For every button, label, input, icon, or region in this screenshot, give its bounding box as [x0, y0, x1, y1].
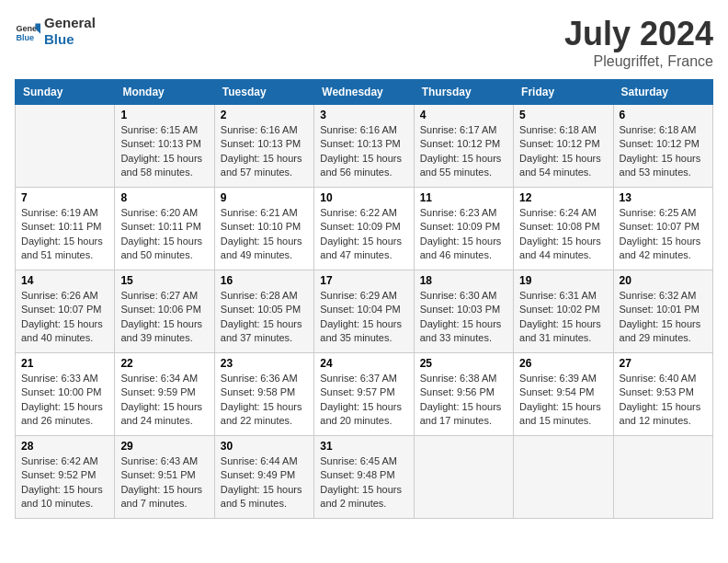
day-cell: 17Sunrise: 6:29 AMSunset: 10:04 PMDaylig…	[314, 270, 414, 353]
weekday-header-tuesday: Tuesday	[214, 80, 313, 105]
day-cell: 31Sunrise: 6:45 AMSunset: 9:48 PMDayligh…	[314, 436, 414, 519]
day-cell	[16, 105, 115, 188]
weekday-header-friday: Friday	[514, 80, 613, 105]
day-cell: 7Sunrise: 6:19 AMSunset: 10:11 PMDayligh…	[16, 188, 115, 270]
day-info: Sunrise: 6:19 AMSunset: 10:11 PMDaylight…	[21, 206, 108, 263]
day-number: 28	[21, 440, 108, 453]
daylight-text: Daylight: 15 hours and 51 minutes.	[21, 235, 108, 263]
sunset-text: Sunset: 10:02 PM	[519, 303, 607, 316]
day-info: Sunrise: 6:39 AMSunset: 9:54 PMDaylight:…	[519, 372, 607, 429]
day-number: 9	[221, 191, 308, 204]
sunrise-text: Sunrise: 6:40 AM	[620, 372, 707, 385]
sunset-text: Sunset: 10:00 PM	[21, 385, 108, 399]
day-info: Sunrise: 6:33 AMSunset: 10:00 PMDaylight…	[21, 372, 108, 429]
sunset-text: Sunset: 9:48 PM	[320, 468, 407, 482]
sunset-text: Sunset: 9:51 PM	[120, 468, 208, 482]
month-title: July 2024	[564, 15, 713, 53]
weekday-header-wednesday: Wednesday	[314, 80, 414, 105]
sunset-text: Sunset: 9:52 PM	[21, 468, 108, 482]
logo-icon: General Blue	[15, 18, 40, 44]
sunrise-text: Sunrise: 6:17 AM	[420, 123, 507, 137]
day-cell: 20Sunrise: 6:32 AMSunset: 10:01 PMDaylig…	[613, 270, 712, 353]
day-info: Sunrise: 6:38 AMSunset: 9:56 PMDaylight:…	[420, 372, 507, 429]
day-cell: 1Sunrise: 6:15 AMSunset: 10:13 PMDayligh…	[115, 105, 214, 188]
day-cell	[514, 436, 613, 519]
sunrise-text: Sunrise: 6:18 AM	[620, 123, 707, 137]
day-number: 8	[120, 191, 208, 204]
day-number: 15	[120, 274, 208, 287]
day-info: Sunrise: 6:29 AMSunset: 10:04 PMDaylight…	[320, 289, 407, 346]
day-info: Sunrise: 6:45 AMSunset: 9:48 PMDaylight:…	[320, 454, 407, 511]
svg-text:Blue: Blue	[16, 33, 34, 42]
day-number: 19	[519, 274, 607, 287]
week-row-2: 7Sunrise: 6:19 AMSunset: 10:11 PMDayligh…	[16, 188, 713, 270]
day-cell: 26Sunrise: 6:39 AMSunset: 9:54 PMDayligh…	[514, 353, 613, 436]
daylight-text: Daylight: 15 hours and 53 minutes.	[620, 152, 707, 180]
day-info: Sunrise: 6:44 AMSunset: 9:49 PMDaylight:…	[221, 454, 308, 511]
day-info: Sunrise: 6:25 AMSunset: 10:07 PMDaylight…	[620, 206, 707, 263]
day-number: 29	[120, 440, 208, 453]
day-number: 25	[420, 357, 507, 370]
sunrise-text: Sunrise: 6:34 AM	[120, 372, 208, 385]
logo: General Blue General Blue	[15, 15, 96, 48]
day-number: 13	[620, 191, 707, 204]
day-cell	[414, 436, 513, 519]
sunrise-text: Sunrise: 6:42 AM	[21, 454, 108, 468]
day-number: 5	[519, 109, 607, 121]
daylight-text: Daylight: 15 hours and 12 minutes.	[620, 400, 707, 429]
title-block: July 2024 Pleugriffet, France	[564, 15, 713, 70]
day-cell: 18Sunrise: 6:30 AMSunset: 10:03 PMDaylig…	[414, 270, 513, 353]
day-info: Sunrise: 6:37 AMSunset: 9:57 PMDaylight:…	[320, 372, 407, 429]
sunset-text: Sunset: 9:49 PM	[221, 468, 308, 482]
day-cell	[613, 436, 712, 519]
sunrise-text: Sunrise: 6:39 AM	[519, 372, 607, 385]
weekday-header-monday: Monday	[115, 80, 214, 105]
daylight-text: Daylight: 15 hours and 40 minutes.	[21, 317, 108, 346]
sunset-text: Sunset: 10:09 PM	[420, 220, 507, 234]
sunrise-text: Sunrise: 6:25 AM	[620, 206, 707, 220]
sunset-text: Sunset: 10:06 PM	[120, 303, 208, 316]
day-cell: 15Sunrise: 6:27 AMSunset: 10:06 PMDaylig…	[115, 270, 214, 353]
day-info: Sunrise: 6:43 AMSunset: 9:51 PMDaylight:…	[120, 454, 208, 511]
day-info: Sunrise: 6:32 AMSunset: 10:01 PMDaylight…	[620, 289, 707, 346]
daylight-text: Daylight: 15 hours and 22 minutes.	[221, 400, 308, 429]
daylight-text: Daylight: 15 hours and 10 minutes.	[21, 483, 108, 511]
day-cell: 13Sunrise: 6:25 AMSunset: 10:07 PMDaylig…	[613, 188, 712, 270]
day-cell: 16Sunrise: 6:28 AMSunset: 10:05 PMDaylig…	[214, 270, 313, 353]
daylight-text: Daylight: 15 hours and 17 minutes.	[420, 400, 507, 429]
day-info: Sunrise: 6:16 AMSunset: 10:13 PMDaylight…	[320, 123, 407, 180]
sunrise-text: Sunrise: 6:27 AM	[120, 289, 208, 303]
day-cell: 23Sunrise: 6:36 AMSunset: 9:58 PMDayligh…	[214, 353, 313, 436]
daylight-text: Daylight: 15 hours and 44 minutes.	[519, 235, 607, 263]
day-cell: 27Sunrise: 6:40 AMSunset: 9:53 PMDayligh…	[613, 353, 712, 436]
sunrise-text: Sunrise: 6:16 AM	[221, 123, 308, 137]
sunset-text: Sunset: 10:10 PM	[221, 220, 308, 234]
day-number: 1	[120, 109, 208, 121]
daylight-text: Daylight: 15 hours and 54 minutes.	[519, 152, 607, 180]
day-info: Sunrise: 6:31 AMSunset: 10:02 PMDaylight…	[519, 289, 607, 346]
day-number: 2	[221, 109, 308, 121]
day-info: Sunrise: 6:20 AMSunset: 10:11 PMDaylight…	[120, 206, 208, 263]
day-info: Sunrise: 6:42 AMSunset: 9:52 PMDaylight:…	[21, 454, 108, 511]
daylight-text: Daylight: 15 hours and 7 minutes.	[120, 483, 208, 511]
daylight-text: Daylight: 15 hours and 33 minutes.	[420, 317, 507, 346]
daylight-text: Daylight: 15 hours and 42 minutes.	[620, 235, 707, 263]
sunset-text: Sunset: 10:12 PM	[420, 137, 507, 151]
day-number: 24	[320, 357, 407, 370]
daylight-text: Daylight: 15 hours and 49 minutes.	[221, 235, 308, 263]
day-info: Sunrise: 6:18 AMSunset: 10:12 PMDaylight…	[519, 123, 607, 180]
sunset-text: Sunset: 10:11 PM	[21, 220, 108, 234]
day-cell: 19Sunrise: 6:31 AMSunset: 10:02 PMDaylig…	[514, 270, 613, 353]
sunset-text: Sunset: 10:13 PM	[221, 137, 308, 151]
day-number: 22	[120, 357, 208, 370]
day-cell: 12Sunrise: 6:24 AMSunset: 10:08 PMDaylig…	[514, 188, 613, 270]
daylight-text: Daylight: 15 hours and 58 minutes.	[120, 152, 208, 180]
daylight-text: Daylight: 15 hours and 37 minutes.	[221, 317, 308, 346]
day-info: Sunrise: 6:36 AMSunset: 9:58 PMDaylight:…	[221, 372, 308, 429]
day-info: Sunrise: 6:16 AMSunset: 10:13 PMDaylight…	[221, 123, 308, 180]
daylight-text: Daylight: 15 hours and 57 minutes.	[221, 152, 308, 180]
sunrise-text: Sunrise: 6:30 AM	[420, 289, 507, 303]
day-number: 21	[21, 357, 108, 370]
location: Pleugriffet, France	[564, 53, 713, 70]
day-info: Sunrise: 6:34 AMSunset: 9:59 PMDaylight:…	[120, 372, 208, 429]
